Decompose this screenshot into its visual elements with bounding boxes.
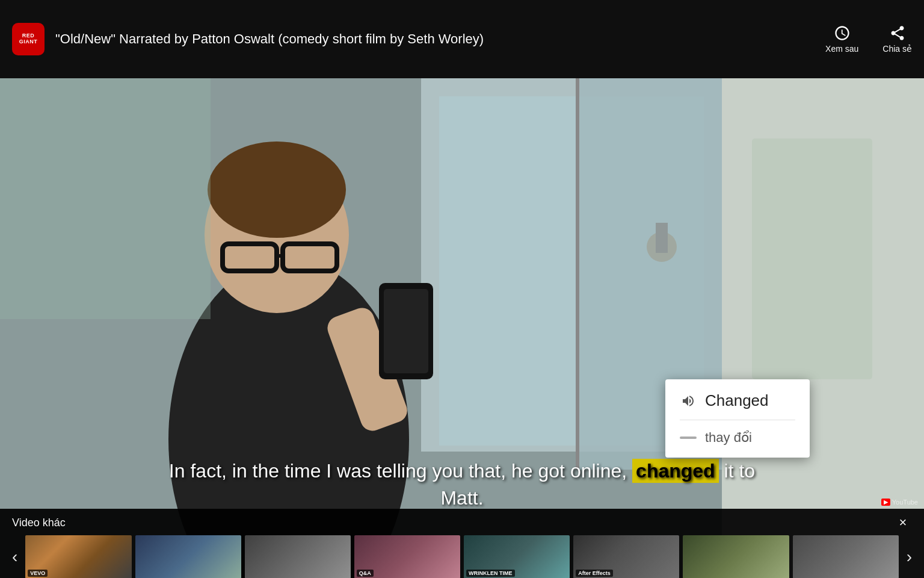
- thumbnail-7[interactable]: [683, 535, 789, 578]
- share-button[interactable]: Chia sẻ: [882, 25, 912, 54]
- word-tooltip: Changed thay đổi: [665, 379, 810, 458]
- thumbnail-5[interactable]: WRINKLEN TIME: [464, 535, 570, 578]
- top-actions: Xem sau Chia sẻ: [825, 25, 912, 54]
- tooltip-vietnamese-section: thay đổi: [680, 430, 795, 446]
- logo-text: RED GIANT: [19, 33, 38, 45]
- thumb-badge-1: VEVO: [28, 570, 48, 577]
- video-title: "Old/New" Narrated by Patton Oswalt (com…: [55, 31, 825, 47]
- thumb-badge-5: WRINKLEN TIME: [466, 570, 515, 577]
- watch-later-button[interactable]: Xem sau: [825, 25, 858, 54]
- svg-rect-15: [384, 289, 428, 373]
- speaker-icon[interactable]: [680, 393, 697, 409]
- thumb-badge-6: After Effects: [576, 570, 613, 577]
- thumbnail-1[interactable]: VEVO: [25, 535, 131, 578]
- thumbnail-6[interactable]: After Effects: [573, 535, 679, 578]
- svg-rect-16: [0, 78, 211, 319]
- subtitle-line2: Matt.: [440, 487, 483, 509]
- next-arrow[interactable]: ›: [901, 547, 918, 567]
- channel-logo[interactable]: RED GIANT: [12, 23, 45, 55]
- thumbnail-8[interactable]: [793, 535, 899, 578]
- thumbnail-4[interactable]: Q&A: [354, 535, 460, 578]
- share-label: Chia sẻ: [882, 44, 912, 54]
- watch-later-label: Xem sau: [825, 44, 858, 54]
- thumbnail-2[interactable]: [135, 535, 241, 578]
- video-area[interactable]: Changed thay đổi In fact, in the time I …: [0, 78, 924, 578]
- subtitle-highlighted-word[interactable]: changed: [632, 459, 719, 483]
- top-bar: RED GIANT "Old/New" Narrated by Patton O…: [0, 0, 924, 78]
- share-icon: [889, 25, 906, 42]
- thumbnail-3[interactable]: [245, 535, 351, 578]
- bottom-panel-header: Video khác ×: [0, 509, 924, 535]
- subtitle-after: it to: [724, 460, 756, 482]
- tooltip-vietnamese-word: thay đổi: [705, 430, 752, 446]
- svg-rect-18: [752, 138, 872, 379]
- thumbnails-row: ‹ VEVO Q&A WRINKLEN TIME After Effects ›: [0, 535, 924, 578]
- tooltip-english-section: Changed: [680, 391, 795, 420]
- related-videos-label: Video khác: [12, 517, 66, 529]
- bottom-panel: Video khác × ‹ VEVO Q&A WRINKLEN TIME Af…: [0, 509, 924, 578]
- definition-line-icon: [680, 437, 697, 439]
- clock-icon: [834, 25, 851, 42]
- thumb-badge-4: Q&A: [357, 570, 374, 577]
- prev-arrow[interactable]: ‹: [6, 547, 23, 567]
- svg-rect-6: [656, 223, 668, 253]
- tooltip-english-word: Changed: [705, 391, 769, 410]
- svg-point-9: [208, 141, 346, 238]
- subtitle-text: In fact, in the time I was telling you t…: [169, 459, 755, 483]
- close-button[interactable]: ×: [894, 514, 912, 532]
- subtitle-before: In fact, in the time I was telling you t…: [169, 460, 627, 482]
- subtitles-container: In fact, in the time I was telling you t…: [0, 458, 924, 512]
